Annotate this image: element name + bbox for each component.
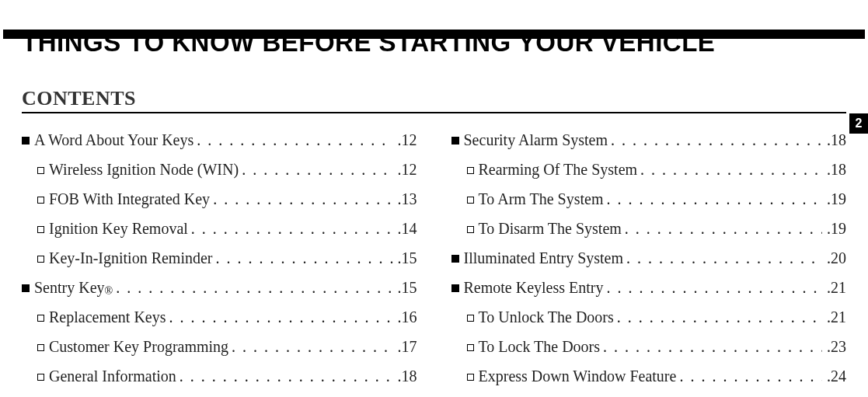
dot-leader [116,280,392,295]
dot-leader [607,191,822,207]
toc-entry: Express Down Window Feature.24 [451,368,847,384]
toc-entry-title: Rearming Of The System [479,162,638,177]
toc-entry-page: .21 [827,280,846,295]
dot-leader [232,339,392,354]
dot-leader [679,368,822,384]
square-outline-icon [467,371,474,384]
toc-entry-page: .21 [827,309,846,325]
dot-leader [617,309,822,325]
toc-entry-title: FOB With Integrated Key [49,191,210,207]
dot-leader [603,339,822,354]
toc-entry-page: .20 [827,250,846,266]
manual-page: THINGS TO KNOW BEFORE STARTING YOUR VEHI… [0,28,868,397]
toc-entry-title: Key-In-Ignition Reminder [49,250,213,266]
toc-column-left: A Word About Your Keys.12Wireless Igniti… [22,132,417,397]
square-outline-icon [467,342,474,354]
toc-entry-title: Customer Key Programming [49,339,228,354]
square-outline-icon [467,224,474,236]
toc-entry: Wireless Ignition Node (WIN).12 [22,162,417,177]
toc-entry: A Word About Your Keys.12 [22,132,417,148]
square-outline-icon [37,342,44,354]
square-outline-icon [467,165,474,177]
toc-entry-title: Wireless Ignition Node (WIN) [49,162,239,177]
contents-rule [22,112,846,113]
square-outline-icon [37,312,44,325]
toc-entry: Customer Key Programming.17 [22,339,417,354]
toc-entry: Ignition Key Removal.14 [22,221,417,236]
dot-leader [191,221,393,236]
square-outline-icon [37,194,44,207]
dot-leader [169,309,393,325]
toc-columns: A Word About Your Keys.12Wireless Igniti… [22,132,846,397]
dot-leader [611,132,822,148]
square-outline-icon [467,194,474,207]
toc-entry: To Lock The Doors.23 [451,339,847,354]
square-outline-icon [37,371,44,384]
dot-leader [626,250,822,266]
square-filled-icon [451,283,459,295]
toc-entry-page: .15 [398,250,417,266]
toc-entry-title: Express Down Window Feature [479,368,677,384]
toc-entry-page: .12 [398,132,417,148]
top-black-bar [3,30,865,39]
toc-entry-title: Sentry Key [34,280,105,295]
square-filled-icon [22,135,30,148]
toc-column-right: Security Alarm System.18Rearming Of The … [451,132,847,397]
dot-leader [625,221,822,236]
toc-entry-page: .18 [827,132,846,148]
toc-entry-title: To Arm The System [479,191,604,207]
section-number-tab: 2 [849,113,868,134]
toc-entry: FOB With Integrated Key.13 [22,191,417,207]
toc-entry-page: .19 [827,191,846,207]
dot-leader [242,162,392,177]
toc-entry-page: .15 [398,280,417,295]
toc-entry-page: .12 [398,162,417,177]
square-outline-icon [37,253,44,266]
toc-entry: Remote Keyless Entry.21 [451,280,847,295]
dot-leader [180,368,393,384]
toc-entry-page: .18 [398,368,417,384]
square-outline-icon [467,312,474,325]
toc-entry: Key-In-Ignition Reminder.15 [22,250,417,266]
toc-entry-page: .19 [827,221,846,236]
dot-leader [216,250,393,266]
toc-entry-title: Security Alarm System [464,132,608,148]
toc-entry: Illuminated Entry System.20 [451,250,847,266]
square-outline-icon [37,165,44,177]
toc-entry-page: .14 [398,221,417,236]
toc-entry: General Information.18 [22,368,417,384]
square-filled-icon [22,283,30,295]
section-number: 2 [856,117,863,131]
toc-entry-page: .24 [827,368,846,384]
toc-entry-page: .23 [827,339,846,354]
toc-entry: To Arm The System.19 [451,191,847,207]
toc-entry-title: Illuminated Entry System [464,250,624,266]
toc-entry-title: Ignition Key Removal [49,221,188,236]
toc-entry: Rearming Of The System.18 [451,162,847,177]
square-outline-icon [37,224,44,236]
toc-entry-title: To Lock The Doors [479,339,601,354]
dot-leader [606,280,822,295]
toc-entry-page: .16 [398,309,417,325]
dot-leader [213,191,392,207]
toc-entry-title: To Disarm The System [479,221,622,236]
toc-entry-page: .18 [827,162,846,177]
toc-entry-title: Remote Keyless Entry [464,280,604,295]
toc-entry-title: A Word About Your Keys [34,132,193,148]
dot-leader [197,132,392,148]
toc-entry-title: Replacement Keys [49,309,166,325]
toc-entry: Sentry Key®.15 [22,280,417,295]
toc-entry: Replacement Keys.16 [22,309,417,325]
square-filled-icon [451,135,459,148]
toc-entry: To Disarm The System.19 [451,221,847,236]
toc-entry-page: .17 [398,339,417,354]
square-filled-icon [451,253,459,266]
toc-entry-title: To Unlock The Doors [479,309,614,325]
dot-leader [640,162,822,177]
toc-entry-page: .13 [398,191,417,207]
registered-trademark-icon: ® [105,286,113,297]
toc-entry: To Unlock The Doors.21 [451,309,847,325]
toc-entry: Security Alarm System.18 [451,132,847,148]
toc-entry-title: General Information [49,368,176,384]
contents-heading: CONTENTS [22,87,846,110]
